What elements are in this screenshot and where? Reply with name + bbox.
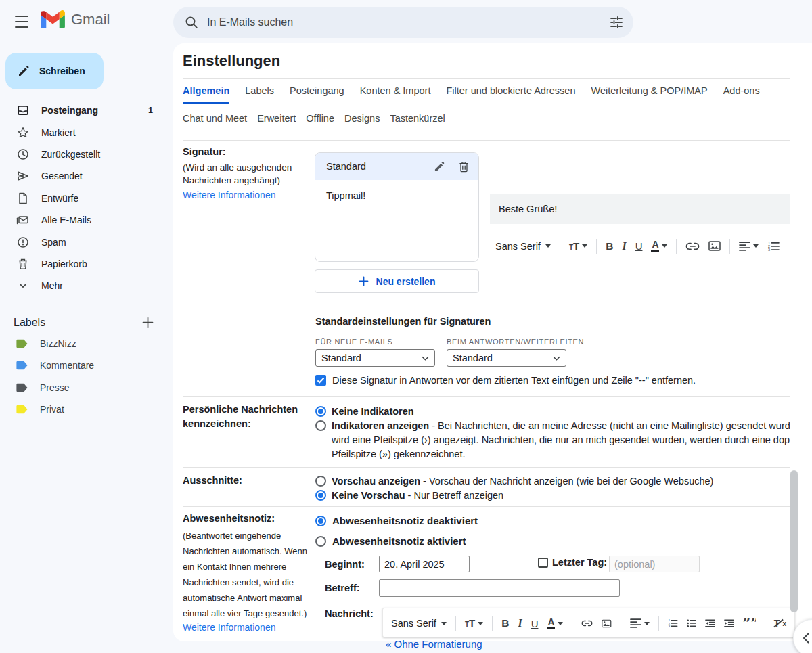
tab-filter[interactable]: Filter und blockierte Adressen bbox=[446, 85, 575, 102]
sidebar-item-markiert[interactable]: Markiert bbox=[0, 121, 173, 143]
tab-designs[interactable]: Designs bbox=[344, 113, 380, 130]
sidebar-item-posteingang[interactable]: Posteingang 1 bbox=[0, 99, 173, 121]
search-options-icon[interactable] bbox=[609, 15, 624, 30]
edit-signature-icon[interactable] bbox=[434, 161, 445, 173]
align-button[interactable] bbox=[630, 618, 650, 628]
tab-addons[interactable]: Add-ons bbox=[723, 85, 760, 102]
new-mail-signature-select[interactable]: Standard bbox=[315, 349, 435, 367]
label-item-presse[interactable]: Presse bbox=[0, 377, 173, 399]
sidebar-item-entwuerfe[interactable]: Entwürfe bbox=[0, 187, 173, 209]
underline-button[interactable]: U bbox=[635, 240, 643, 252]
signature-row-standard[interactable]: Standard bbox=[315, 153, 478, 180]
label-item-bizznizz[interactable]: BizzNizz bbox=[0, 333, 173, 355]
vertical-scrollbar[interactable] bbox=[790, 470, 798, 612]
sidebar-item-mehr[interactable]: Mehr bbox=[0, 275, 173, 296]
bold-button[interactable]: B bbox=[606, 240, 613, 252]
vacation-off-option: Abwesenheitsnotiz deaktiviert bbox=[315, 515, 478, 526]
label-item-privat[interactable]: Privat bbox=[0, 399, 173, 421]
font-size-button[interactable]: TT bbox=[569, 240, 587, 252]
insert-link-icon[interactable] bbox=[581, 619, 593, 627]
sidebar-item-gesendet[interactable]: Gesendet bbox=[0, 165, 173, 187]
align-button[interactable] bbox=[739, 242, 759, 251]
create-signature-label: Neu erstellen bbox=[376, 276, 436, 287]
divider bbox=[183, 140, 790, 141]
star-icon bbox=[16, 126, 30, 139]
selected-value: Standard bbox=[321, 353, 361, 363]
tab-erweitert[interactable]: Erweitert bbox=[257, 113, 296, 130]
create-signature-button[interactable]: Neu erstellen bbox=[315, 269, 479, 293]
sidebar-item-alle-emails[interactable]: Alle E-Mails bbox=[0, 209, 173, 231]
indicators-none-option: Keine Indikatoren bbox=[315, 405, 414, 419]
radio-selected[interactable] bbox=[315, 490, 326, 501]
last-day-input[interactable] bbox=[609, 556, 700, 572]
font-family-select[interactable]: Sans Serif bbox=[495, 241, 551, 252]
selected-value: Standard bbox=[453, 353, 493, 363]
insert-signature-text: Diese Signatur in Antworten vor dem ziti… bbox=[332, 375, 696, 386]
main-menu-icon[interactable] bbox=[12, 14, 32, 29]
tab-posteingang[interactable]: Posteingang bbox=[290, 85, 344, 102]
remove-formatting-icon[interactable]: Tx bbox=[774, 618, 786, 629]
sidebar-item-spam[interactable]: Spam bbox=[0, 231, 173, 252]
signature-more-info-link[interactable]: Weitere Informationen bbox=[183, 189, 275, 202]
radio-unselected[interactable] bbox=[315, 476, 326, 487]
label-item-kommentare[interactable]: Kommentare bbox=[0, 355, 173, 377]
numbered-list-icon[interactable]: 123 bbox=[767, 242, 780, 251]
bold-button[interactable]: B bbox=[501, 617, 509, 629]
underline-button[interactable]: U bbox=[531, 618, 539, 629]
insert-signature-option: Diese Signatur in Antworten vor dem ziti… bbox=[315, 375, 696, 386]
tab-allgemein[interactable]: Allgemein bbox=[183, 85, 229, 104]
font-family-select[interactable]: Sans Serif bbox=[391, 618, 447, 629]
message-label: Nachricht: bbox=[325, 608, 374, 619]
chevron-down-icon bbox=[16, 279, 30, 292]
vacation-more-info-link[interactable]: Weitere Informationen bbox=[183, 622, 275, 633]
subject-input[interactable] bbox=[379, 579, 620, 597]
text-color-button[interactable]: A bbox=[651, 240, 667, 252]
label-name: BizzNizz bbox=[40, 338, 76, 349]
tab-tastenkuerzel[interactable]: Tastenkürzel bbox=[390, 113, 445, 130]
plain-text-toggle-link[interactable]: « Ohne Formatierung bbox=[386, 638, 482, 650]
reply-signature-select[interactable]: Standard bbox=[447, 349, 566, 367]
italic-button[interactable]: I bbox=[518, 617, 522, 629]
radio-selected[interactable] bbox=[315, 406, 326, 417]
tab-weiterleitung[interactable]: Weiterleitung & POP/IMAP bbox=[591, 85, 707, 102]
delete-signature-icon[interactable] bbox=[459, 161, 469, 173]
signature-row-tippmail[interactable]: Tippmail! bbox=[315, 180, 478, 211]
add-label-icon[interactable] bbox=[141, 316, 154, 329]
bullet-list-icon[interactable] bbox=[687, 618, 697, 628]
insert-link-icon[interactable] bbox=[685, 242, 700, 250]
sidebar-item-zurueckgestellt[interactable]: Zurückgestellt bbox=[0, 143, 173, 165]
tab-konten-import[interactable]: Konten & Import bbox=[360, 85, 431, 102]
radio-unselected[interactable] bbox=[315, 536, 326, 547]
label-name: Kommentare bbox=[40, 360, 94, 371]
compose-button[interactable]: Schreiben bbox=[5, 53, 104, 89]
option-desc: Pfeilspitze (») gekennzeichnet. bbox=[332, 447, 790, 461]
vacation-description: (Beantwortet eingehende Nachrichten auto… bbox=[183, 528, 318, 621]
search-bar[interactable] bbox=[173, 7, 633, 38]
tab-chat-meet[interactable]: Chat und Meet bbox=[183, 113, 247, 130]
italic-button[interactable]: I bbox=[622, 240, 626, 252]
insert-image-icon[interactable] bbox=[602, 618, 612, 629]
checkbox-checked-icon[interactable] bbox=[315, 375, 326, 386]
tab-offline[interactable]: Offline bbox=[306, 113, 334, 130]
search-icon[interactable] bbox=[184, 15, 199, 30]
begins-date-input[interactable] bbox=[379, 556, 470, 572]
font-size-button[interactable]: TT bbox=[465, 617, 483, 629]
chevron-down-icon bbox=[478, 622, 483, 625]
outdent-icon[interactable] bbox=[705, 618, 715, 628]
checkbox-unchecked-icon[interactable] bbox=[538, 558, 548, 568]
search-input[interactable] bbox=[207, 16, 609, 28]
indent-icon[interactable] bbox=[724, 618, 734, 628]
label-list: BizzNizz Kommentare Presse Privat bbox=[0, 333, 173, 421]
radio-selected[interactable] bbox=[315, 516, 326, 526]
quote-icon[interactable]: ”” bbox=[742, 618, 756, 628]
top-bar: Gmail ? bbox=[0, 0, 812, 43]
sidebar-item-papierkorb[interactable]: Papierkorb bbox=[0, 253, 173, 275]
radio-unselected[interactable] bbox=[315, 420, 326, 431]
tab-labels[interactable]: Labels bbox=[245, 85, 274, 102]
signature-editor-text[interactable]: Beste Grüße! bbox=[490, 194, 790, 224]
all-mail-icon bbox=[16, 213, 30, 227]
insert-image-icon[interactable] bbox=[708, 241, 721, 251]
numbered-list-icon[interactable]: 123 bbox=[668, 618, 678, 628]
option-label: Vorschau anzeigen bbox=[332, 476, 420, 487]
text-color-button[interactable]: A bbox=[547, 617, 563, 630]
